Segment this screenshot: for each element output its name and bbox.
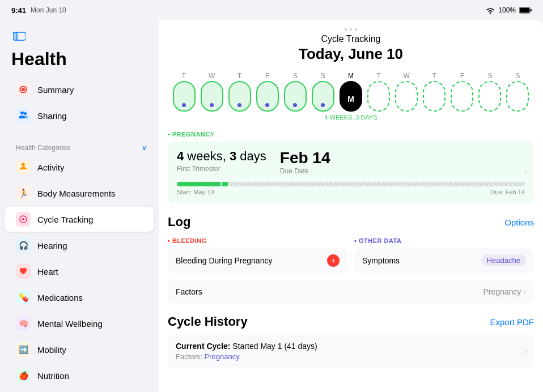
progress-dates: Start: May 10 Due: Feb 14 (177, 189, 525, 195)
calendar-container: T W T F (159, 72, 543, 125)
preg-trimester: First Trimester (177, 165, 266, 173)
cal-day-8[interactable]: T (366, 72, 392, 112)
preg-due-label: Due Date (280, 167, 330, 175)
log-options-button[interactable]: Options (504, 218, 534, 227)
cal-day-4[interactable]: F (254, 72, 280, 112)
sidebar-item-medications[interactable]: 💊 Medications (5, 285, 154, 310)
sharing-label: Sharing (37, 111, 67, 121)
cycle-current-detail: Started May 1 (41 days) (232, 342, 317, 351)
sidebar-item-respiratory[interactable]: 🫁 Respiratory (5, 389, 154, 392)
app-title: Health (0, 49, 159, 76)
nutrition-label: Nutrition (37, 371, 69, 381)
log-other-col: • OTHER DATA Symptoms Headache (354, 235, 534, 274)
hearing-icon: 🎧 (16, 238, 31, 253)
mobility-label: Mobility (37, 345, 66, 355)
dot-2 (350, 28, 352, 31)
body-icon: 🏃 (16, 186, 31, 201)
cycle-label: Cycle Tracking (37, 215, 93, 224)
sidebar-item-cycle-tracking[interactable]: Cycle Tracking (5, 207, 154, 232)
sidebar-item-activity[interactable]: Activity (5, 155, 154, 180)
pregnancy-tag: • PREGNANCY (168, 125, 534, 141)
medications-label: Medications (37, 293, 83, 302)
preg-weeks-text: 4 weeks, 3 days (177, 149, 266, 164)
pregnancy-card[interactable]: › 4 weeks, 3 days First Trimester Feb 14… (168, 141, 534, 203)
status-date: Mon Jun 10 (31, 6, 66, 14)
sidebar-item-summary[interactable]: Summary (5, 77, 154, 102)
cal-letter-5: S (293, 72, 298, 80)
cal-bubble-8 (367, 81, 390, 112)
cycle-factors-text: Factors: Pregnancy (176, 352, 526, 361)
factors-label: Factors (176, 287, 202, 296)
cal-letter-8: T (376, 72, 380, 80)
progress-bar-bg (177, 182, 525, 186)
cal-day-3[interactable]: T (227, 72, 252, 112)
cal-day-1[interactable]: T (171, 72, 197, 112)
sidebar-item-nutrition[interactable]: 🍎 Nutrition (5, 363, 154, 388)
sidebar-item-mobility[interactable]: ➡️ Mobility (5, 337, 154, 362)
sidebar-item-hearing[interactable]: 🎧 Hearing (5, 233, 154, 258)
preg-date-col: Feb 14 Due Date (280, 149, 330, 175)
cal-bubble-1 (173, 81, 196, 112)
mental-label: Mental Wellbeing (37, 319, 103, 329)
progress-bar-stripe (229, 182, 525, 186)
cycle-factors-value: Pregnancy (205, 352, 240, 361)
page-title: Cycle Tracking (170, 34, 532, 44)
export-pdf-button[interactable]: Export PDF (490, 317, 534, 327)
heart-icon (16, 264, 31, 279)
cal-day-2[interactable]: W (199, 72, 224, 112)
cal-day-13[interactable]: S (505, 72, 531, 112)
categories-chevron: ∨ (142, 143, 147, 152)
battery-icon (519, 7, 532, 14)
cal-bubble-9 (395, 81, 418, 112)
cycle-current-text: Current Cycle: Started May 1 (41 days) (176, 342, 526, 351)
sidebar-item-heart[interactable]: Heart (5, 259, 154, 284)
cal-bubble-2 (201, 81, 223, 112)
summary-label: Summary (37, 85, 74, 95)
wifi-icon (486, 7, 495, 14)
cal-letter-11: F (460, 72, 464, 80)
cycle-history-header: Cycle History Export PDF (168, 312, 534, 335)
cal-dot-1 (182, 103, 186, 107)
main-content: Cycle Tracking Today, June 10 T W T (159, 20, 543, 392)
sidebar-item-mental-wellbeing[interactable]: 🧠 Mental Wellbeing (5, 311, 154, 336)
svg-rect-4 (13, 32, 17, 40)
nutrition-icon: 🍎 (16, 368, 31, 383)
heart-label: Heart (37, 267, 58, 276)
factors-chevron: › (523, 287, 526, 296)
activity-icon (16, 160, 31, 174)
sidebar-item-body-measurements[interactable]: 🏃 Body Measurements (5, 181, 154, 206)
today-m-label: M (347, 95, 354, 107)
cal-letter-today: M (348, 72, 354, 80)
main-header: Cycle Tracking Today, June 10 (159, 20, 543, 72)
pregnancy-chevron: › (524, 167, 527, 177)
cal-day-10[interactable]: T (422, 72, 447, 112)
factors-row[interactable]: Factors Pregnancy › (168, 280, 534, 303)
progress-end: Due: Feb 14 (490, 189, 525, 195)
cal-letter-6: S (321, 72, 325, 80)
mobility-icon: ➡️ (16, 342, 31, 357)
cal-day-12[interactable]: S (477, 72, 503, 112)
bleeding-add-button[interactable]: + (327, 254, 340, 267)
bleeding-item-label: Bleeding During Pregnancy (176, 256, 272, 265)
cal-letter-12: S (487, 72, 492, 80)
cal-letter-1: T (182, 72, 186, 80)
sidebar-top (0, 20, 159, 49)
cal-day-9[interactable]: W (394, 72, 419, 112)
log-title: Log (168, 215, 190, 229)
preg-top: 4 weeks, 3 days First Trimester Feb 14 D… (177, 149, 525, 175)
medications-icon: 💊 (16, 290, 31, 305)
bleeding-item[interactable]: Bleeding During Pregnancy + (168, 248, 347, 274)
body-label: Body Measurements (37, 189, 116, 198)
sidebar-item-sharing[interactable]: Sharing (5, 103, 154, 128)
hearing-label: Hearing (37, 241, 67, 250)
cycle-history-item[interactable]: › Current Cycle: Started May 1 (41 days)… (168, 335, 534, 368)
sidebar-toggle-button[interactable] (11, 28, 27, 44)
cal-day-today[interactable]: M M ▼ (338, 72, 363, 112)
cal-dot-2 (210, 103, 214, 107)
factors-right: Pregnancy › (483, 287, 526, 296)
cal-day-5[interactable]: S (282, 72, 308, 112)
symptoms-item[interactable]: Symptoms Headache (354, 248, 534, 273)
cal-day-11[interactable]: F (449, 72, 475, 112)
cal-day-6[interactable]: S (310, 72, 336, 112)
content-body: • PREGNANCY › 4 weeks, 3 days First Trim… (159, 125, 543, 368)
